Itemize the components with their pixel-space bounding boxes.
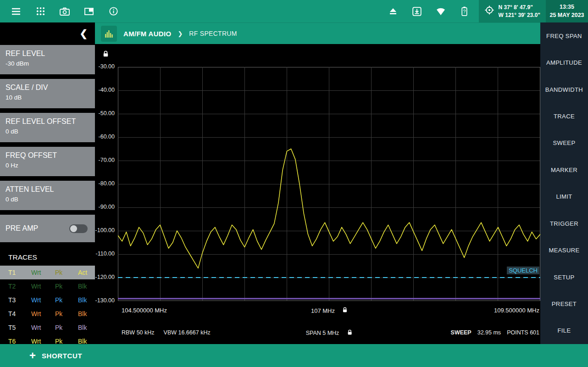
eject-icon[interactable] — [387, 6, 399, 17]
spectrum-plot[interactable]: SQUELCH — [118, 67, 540, 301]
breadcrumb-page: RF SPECTRUM — [189, 30, 237, 37]
panel-label: FREQ OFFSET — [6, 151, 89, 160]
breadcrumb-app[interactable]: AM/FM AUDIO — [123, 30, 171, 38]
trace-row-t3[interactable]: T3WrtPkBlk — [0, 293, 95, 307]
chart-region: -30.00-40.00-50.00-60.00-70.00-80.00-90.… — [95, 44, 540, 344]
bandwidth-status: RBW 50 kHz VBW 16.6667 kHz — [122, 329, 211, 336]
menu-item-trigger[interactable]: TRIGGER — [540, 210, 588, 237]
y-tick-label: -60.00 — [95, 133, 115, 140]
panel-label: ATTEN LEVEL — [6, 185, 89, 194]
svg-text:?: ? — [463, 9, 466, 14]
trace-cell: Pk — [55, 296, 78, 304]
center-freq[interactable]: 107 MHz — [311, 307, 347, 314]
preamp-toggle[interactable] — [69, 224, 88, 233]
y-tick-label: -120.00 — [95, 274, 115, 280]
trace-row-t1[interactable]: T1WrtPkAct — [0, 266, 95, 279]
trace-cell: Pk — [55, 310, 78, 317]
gps-lat: N 37° 8' 47.9" — [499, 4, 540, 11]
y-axis-labels: -30.00-40.00-50.00-60.00-70.00-80.00-90.… — [95, 44, 116, 344]
panel-value: -30 dBm — [6, 60, 89, 67]
menu-item-amplitude[interactable]: AMPLITUDE — [540, 49, 588, 76]
y-tick-label: -110.00 — [95, 250, 115, 257]
panel-pre-amp[interactable]: PRE AMP — [0, 215, 95, 242]
wifi-icon[interactable] — [435, 6, 447, 17]
trace-row-t2[interactable]: T2WrtPkBlk — [0, 279, 95, 293]
panel-value: 0 dB — [6, 196, 89, 203]
panel-freq-offset[interactable]: FREQ OFFSET0 Hz — [0, 147, 95, 176]
display-icon[interactable] — [83, 6, 95, 17]
spectrum-analyzer-screen: ? N 37° 8' 47.9" W 121° 39' 23.0" 13:35 … — [0, 0, 588, 367]
panel-ref-level[interactable]: REF LEVEL-30 dBm — [0, 45, 95, 74]
system-topbar: ? N 37° 8' 47.9" W 121° 39' 23.0" 13:35 … — [0, 0, 588, 22]
trace-cell: T4 — [8, 310, 31, 317]
sidebar-collapse-button[interactable]: ❮ — [0, 22, 95, 44]
traces-header: TRACES — [0, 247, 95, 266]
menu-item-limit[interactable]: LIMIT — [540, 184, 588, 210]
trace-cell: T1 — [8, 269, 31, 276]
span-status[interactable]: SPAN 5 MHz — [306, 329, 353, 337]
menu-icon[interactable] — [10, 6, 22, 17]
menu-item-trace[interactable]: TRACE — [540, 103, 588, 129]
trace-cell: Blk — [78, 296, 95, 304]
trace-cell: T2 — [8, 283, 31, 290]
main-content: AM/FM AUDIO ❯ RF SPECTRUM -30.00-40.00-5… — [95, 22, 540, 344]
menu-item-sweep[interactable]: SWEEP — [540, 130, 588, 156]
y-tick-label: -100.00 — [95, 227, 115, 234]
trace-cell: Pk — [55, 283, 78, 290]
y-tick-label: -70.00 — [95, 157, 115, 163]
trace-cell: Blk — [78, 310, 95, 317]
clock-time: 13:35 — [560, 3, 574, 11]
gps-status[interactable]: N 37° 8' 47.9" W 121° 39' 23.0" — [479, 0, 546, 22]
info-icon[interactable] — [107, 6, 119, 17]
squelch-label: SQUELCH — [507, 267, 539, 274]
save-icon[interactable] — [411, 6, 423, 17]
menu-item-bandwidth[interactable]: BANDWIDTH — [540, 76, 588, 103]
trace-cell: T5 — [8, 324, 31, 331]
menu-item-file[interactable]: FILE — [540, 317, 588, 344]
rbw-value[interactable]: RBW 50 kHz — [122, 329, 155, 336]
trace-row-t4[interactable]: T4WrtPkBlk — [0, 307, 95, 321]
panel-atten-level[interactable]: ATTEN LEVEL0 dB — [0, 181, 95, 210]
panel-value: 10 dB — [6, 94, 89, 101]
lock-icon — [347, 329, 352, 337]
preamp-label: PRE AMP — [6, 224, 38, 233]
points-value[interactable]: POINTS 601 — [507, 329, 539, 336]
y-tick-label: -90.00 — [95, 204, 115, 210]
trace-row-t5[interactable]: T5WrtPkBlk — [0, 321, 95, 334]
x-axis: 104.500000 MHz 107 MHz 109.500000 MHz — [118, 306, 540, 317]
y-tick-label: -80.00 — [95, 180, 115, 187]
menu-item-measure[interactable]: MEASURE — [540, 237, 588, 263]
app-tile-icon[interactable] — [101, 26, 117, 42]
chevron-right-icon: ❯ — [178, 30, 183, 37]
breadcrumb: AM/FM AUDIO ❯ RF SPECTRUM — [95, 22, 540, 44]
trace-cell: Blk — [78, 324, 95, 331]
chevron-left-icon: ❮ — [79, 28, 88, 39]
shortcut-button[interactable]: SHORTCUT — [42, 352, 82, 360]
apps-icon[interactable] — [34, 6, 46, 17]
trace-cell: Pk — [55, 324, 78, 331]
traces-table: T1WrtPkActT2WrtPkBlkT3WrtPkBlkT4WrtPkBlk… — [0, 266, 95, 348]
settings-panels: REF LEVEL-30 dBmSCALE / DIV10 dBREF LEVE… — [0, 44, 95, 210]
gps-lon: W 121° 39' 23.0" — [499, 11, 540, 19]
panel-scale-div[interactable]: SCALE / DIV10 dB — [0, 79, 95, 108]
trace-cell: Wrt — [31, 283, 55, 290]
trace-cell: T3 — [8, 296, 31, 304]
y-tick-label: -40.00 — [95, 87, 115, 93]
status-bar: RBW 50 kHz VBW 16.6667 kHz SPAN 5 MHz SW… — [118, 328, 540, 339]
menu-item-preset[interactable]: PRESET — [540, 290, 588, 317]
plus-icon[interactable]: + — [29, 350, 36, 361]
sweep-time[interactable]: 32.95 ms — [477, 329, 501, 336]
panel-label: REF LEVEL OFFSET — [6, 117, 89, 126]
panel-ref-level-offset[interactable]: REF LEVEL OFFSET0 dB — [0, 113, 95, 142]
panel-value: 0 Hz — [6, 162, 89, 169]
battery-icon[interactable]: ? — [459, 6, 471, 17]
y-tick-label: -30.00 — [95, 63, 115, 70]
menu-item-setup[interactable]: SETUP — [540, 264, 588, 290]
menu-item-marker[interactable]: MARKER — [540, 156, 588, 183]
trace-cell: Wrt — [31, 324, 55, 331]
camera-icon[interactable] — [59, 6, 71, 17]
menu-item-freq-span[interactable]: FREQ SPAN — [540, 22, 588, 49]
topbar-left-icons — [0, 6, 119, 17]
vbw-value[interactable]: VBW 16.6667 kHz — [164, 329, 211, 336]
clock[interactable]: 13:35 25 MAY 2023 — [546, 0, 588, 22]
